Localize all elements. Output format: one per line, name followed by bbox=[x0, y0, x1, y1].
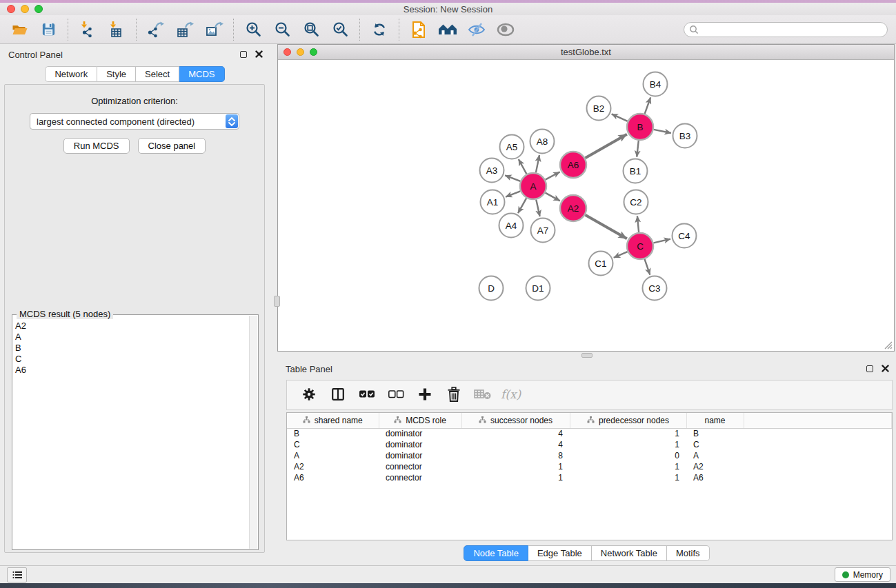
graph-node-C[interactable]: C bbox=[627, 233, 653, 259]
graph-edge[interactable] bbox=[546, 193, 560, 201]
graph-node-B2[interactable]: B2 bbox=[587, 97, 611, 121]
horizontal-splitter-handle[interactable] bbox=[581, 353, 593, 358]
graph-node-A7[interactable]: A7 bbox=[531, 219, 555, 243]
task-history-button[interactable] bbox=[7, 567, 27, 582]
run-mcds-button[interactable]: Run MCDS bbox=[63, 138, 130, 154]
import-network-button[interactable] bbox=[75, 19, 100, 41]
result-scrollbar[interactable] bbox=[249, 316, 257, 549]
select-all-button[interactable] bbox=[357, 385, 377, 405]
graph-node-C2[interactable]: C2 bbox=[624, 190, 648, 214]
table-row[interactable]: A2connector 11 A2 bbox=[287, 461, 892, 472]
graph-edge[interactable] bbox=[637, 216, 639, 232]
graph-edge[interactable] bbox=[585, 215, 626, 239]
table-row[interactable]: Cdominator 41 C bbox=[287, 439, 892, 450]
graph-edge[interactable] bbox=[506, 191, 520, 196]
close-table-panel-icon[interactable] bbox=[882, 364, 889, 374]
graph-node-D1[interactable]: D1 bbox=[526, 276, 550, 301]
hide-graphics-details-button[interactable] bbox=[464, 19, 489, 41]
float-table-panel-icon[interactable] bbox=[866, 365, 873, 372]
graph-edge[interactable] bbox=[518, 198, 526, 213]
zoom-selected-button[interactable] bbox=[328, 19, 352, 41]
graph-node-A3[interactable]: A3 bbox=[480, 159, 504, 183]
graph-node-C1[interactable]: C1 bbox=[589, 252, 613, 276]
graph-edge[interactable] bbox=[536, 155, 539, 172]
graph-edge[interactable] bbox=[585, 134, 626, 158]
column-header-successor-nodes[interactable]: successor nodes bbox=[461, 413, 570, 428]
network-canvas[interactable]: B4B2BB3A8A5A6A3B1AA1C2A2A4A7C4CC1C3DD1 bbox=[278, 60, 894, 351]
new-network-view-button[interactable] bbox=[406, 19, 431, 41]
close-panel-button[interactable]: Close panel bbox=[138, 138, 206, 154]
tab-node-table[interactable]: Node Table bbox=[464, 545, 528, 561]
result-item[interactable]: A bbox=[15, 332, 248, 343]
open-session-button[interactable] bbox=[7, 19, 32, 41]
zoom-in-button[interactable] bbox=[241, 19, 266, 41]
graph-node-B[interactable]: B bbox=[627, 114, 653, 140]
tab-network[interactable]: Network bbox=[45, 66, 97, 82]
tab-select[interactable]: Select bbox=[136, 66, 179, 82]
float-panel-icon[interactable] bbox=[240, 51, 247, 58]
zoom-fit-button[interactable] bbox=[299, 19, 323, 41]
mcds-result-list[interactable]: A2ABCA6 bbox=[15, 321, 248, 548]
graph-edge[interactable] bbox=[653, 239, 670, 243]
tab-network-table[interactable]: Network Table bbox=[592, 545, 667, 561]
memory-button[interactable]: Memory bbox=[835, 567, 890, 582]
tab-edge-table[interactable]: Edge Table bbox=[528, 545, 592, 561]
settings-button[interactable] bbox=[299, 385, 319, 405]
graph-node-B1[interactable]: B1 bbox=[624, 159, 648, 183]
table-row[interactable]: Adominator 80 A bbox=[287, 450, 892, 461]
graph-edge[interactable] bbox=[519, 159, 527, 174]
add-button[interactable] bbox=[415, 385, 435, 405]
column-header-MCDS-role[interactable]: MCDS role bbox=[379, 413, 461, 428]
graph-edge[interactable] bbox=[536, 200, 539, 216]
tab-mcds[interactable]: MCDS bbox=[179, 66, 224, 82]
tab-motifs[interactable]: Motifs bbox=[667, 545, 710, 561]
columns-button[interactable] bbox=[328, 385, 348, 405]
graph-node-A4[interactable]: A4 bbox=[499, 214, 524, 238]
table-row[interactable]: Bdominator 41 B bbox=[287, 428, 892, 439]
refresh-button[interactable] bbox=[367, 19, 392, 41]
close-panel-icon[interactable] bbox=[255, 50, 263, 60]
column-header-shared-name[interactable]: shared name bbox=[287, 413, 379, 428]
result-item[interactable]: C bbox=[15, 354, 248, 365]
graph-node-B4[interactable]: B4 bbox=[644, 72, 668, 97]
column-header-name[interactable]: name bbox=[686, 413, 744, 428]
criterion-dropdown[interactable]: largest connected component (directed) bbox=[30, 113, 239, 130]
graph-node-A6[interactable]: A6 bbox=[560, 152, 586, 178]
graph-node-A5[interactable]: A5 bbox=[500, 135, 524, 159]
graph-node-D[interactable]: D bbox=[479, 276, 504, 301]
result-item[interactable]: A2 bbox=[15, 321, 248, 332]
graph-edge[interactable] bbox=[505, 175, 520, 181]
vertical-splitter-handle[interactable] bbox=[274, 296, 280, 307]
zoom-out-button[interactable] bbox=[270, 19, 295, 41]
resize-grip-icon[interactable] bbox=[883, 340, 893, 349]
graph-node-A1[interactable]: A1 bbox=[481, 190, 505, 214]
deselect-all-button[interactable] bbox=[386, 385, 406, 405]
graph-edge[interactable] bbox=[614, 252, 628, 258]
export-table-button[interactable] bbox=[172, 19, 197, 41]
graph-node-A8[interactable]: A8 bbox=[530, 130, 555, 154]
graph-node-C3[interactable]: C3 bbox=[643, 276, 667, 301]
birdseye-view-button[interactable] bbox=[493, 19, 518, 41]
graph-node-A2[interactable]: A2 bbox=[560, 195, 586, 221]
graph-edge[interactable] bbox=[645, 97, 650, 114]
import-table-button[interactable] bbox=[104, 19, 129, 41]
tab-style[interactable]: Style bbox=[97, 66, 136, 82]
home-button[interactable] bbox=[435, 19, 460, 41]
graph-edge[interactable] bbox=[637, 141, 639, 157]
column-header-predecessor-nodes[interactable]: predecessor nodes bbox=[570, 413, 686, 428]
export-image-button[interactable] bbox=[201, 19, 226, 41]
table-row[interactable]: A6connector 11 A6 bbox=[287, 472, 892, 483]
graph-edge[interactable] bbox=[612, 114, 628, 121]
graph-edge[interactable] bbox=[546, 172, 560, 179]
graph-node-C4[interactable]: C4 bbox=[673, 224, 697, 248]
result-item[interactable]: A6 bbox=[15, 365, 248, 376]
graph-edge[interactable] bbox=[654, 130, 671, 133]
graph-node-B3[interactable]: B3 bbox=[673, 124, 697, 148]
save-session-button[interactable] bbox=[36, 19, 61, 41]
graph-edge[interactable] bbox=[645, 259, 650, 275]
graph-node-A[interactable]: A bbox=[520, 173, 546, 199]
search-input[interactable] bbox=[684, 22, 888, 37]
delete-button[interactable] bbox=[444, 385, 464, 405]
result-item[interactable]: B bbox=[15, 343, 248, 354]
export-network-button[interactable] bbox=[143, 19, 168, 41]
